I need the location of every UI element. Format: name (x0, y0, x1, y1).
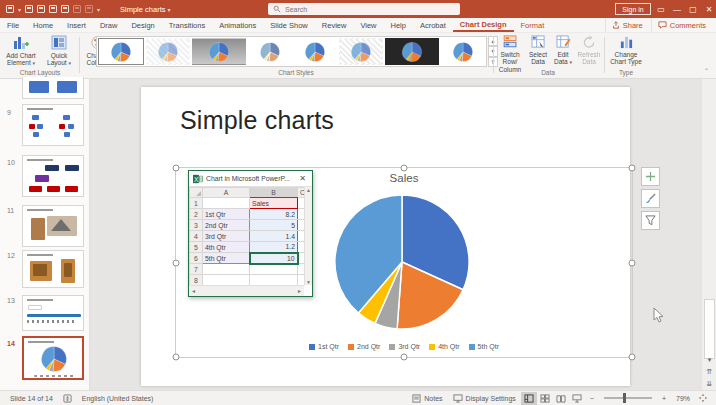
row-header[interactable]: 8 (190, 275, 203, 286)
chart-filters-button[interactable] (641, 211, 660, 230)
notes-button[interactable]: Notes (407, 391, 447, 405)
chart-styles-button[interactable] (641, 189, 660, 208)
selection-handle[interactable] (173, 354, 180, 361)
cell-a1[interactable] (203, 198, 250, 209)
cell-b3[interactable]: 5 (250, 220, 298, 231)
qat-customize-icon[interactable] (6, 5, 14, 13)
tab-view[interactable]: View (353, 18, 383, 32)
slide-sorter-view-button[interactable] (537, 392, 553, 405)
slide-thumbnail-9[interactable] (22, 104, 84, 146)
worksheet-vertical-scrollbar[interactable]: ▲▼ (304, 187, 312, 285)
row-header[interactable]: 3 (190, 220, 203, 231)
selection-handle[interactable] (401, 354, 408, 361)
slide-thumbnail-12[interactable] (22, 250, 84, 288)
scrollbar-thumb[interactable] (704, 299, 715, 359)
normal-view-button[interactable] (521, 392, 537, 405)
row-header[interactable]: 1 (190, 198, 203, 209)
add-chart-element-button[interactable]: Add Chart Element ▾ (2, 35, 40, 73)
worksheet-horizontal-scrollbar[interactable]: ◄► (189, 285, 304, 296)
close-icon[interactable]: ✕ (701, 0, 716, 18)
legend-item[interactable]: 3rd Qtr (389, 343, 420, 350)
cell-b2[interactable]: 8.2 (250, 209, 298, 220)
selection-handle[interactable] (173, 165, 180, 172)
tab-design[interactable]: Design (124, 18, 161, 32)
edit-data-button[interactable]: Edit Data ▾ (551, 35, 575, 73)
qat-icon[interactable] (49, 5, 57, 13)
selection-handle[interactable] (401, 165, 408, 172)
slide-thumbnail-13[interactable] (22, 295, 84, 331)
chart-style-8[interactable] (441, 38, 485, 65)
minimize-icon[interactable]: — (669, 0, 685, 18)
slide-show-button[interactable] (569, 392, 585, 405)
worksheet-title-bar[interactable]: X Chart in Microsoft PowerP... ✕ (189, 171, 312, 187)
row-header[interactable]: 4 (190, 231, 203, 242)
chart-elements-button[interactable] (641, 167, 660, 186)
selection-handle[interactable] (629, 165, 636, 172)
tab-chart-design[interactable]: Chart Design (453, 18, 514, 32)
select-all-corner[interactable] (190, 188, 203, 198)
slide-thumbnail-11[interactable] (22, 205, 84, 247)
cell-b4[interactable]: 1.4 (250, 231, 298, 242)
slide-title[interactable]: Simple charts (180, 106, 334, 135)
row-header[interactable]: 5 (190, 242, 203, 253)
slide-thumbnail-8-partial[interactable] (22, 77, 84, 99)
slide-indicator[interactable]: Slide 14 of 14 (5, 391, 58, 405)
column-header-b[interactable]: B (250, 188, 298, 198)
qat-icon[interactable] (25, 5, 33, 13)
cell-b1-series-name[interactable]: Sales (250, 198, 298, 209)
zoom-percent[interactable]: 79% (671, 391, 695, 405)
quick-layout-button[interactable]: Quick Layout ▾ (41, 35, 77, 73)
selection-handle[interactable] (629, 259, 636, 266)
sign-in-button[interactable]: Sign in (615, 3, 651, 15)
cell-b5[interactable]: 1.2 (250, 242, 298, 253)
chart-style-7[interactable] (385, 38, 439, 65)
row-header[interactable]: 6 (190, 253, 203, 264)
tab-review[interactable]: Review (315, 18, 354, 32)
maximize-icon[interactable]: ▢ (685, 0, 701, 18)
canvas-vertical-scrollbar[interactable]: ▾ ⇈ ⇊ (701, 79, 716, 390)
chart-style-3[interactable] (192, 38, 246, 65)
cell[interactable] (250, 264, 298, 275)
cell-a2[interactable]: 1st Qtr (203, 209, 250, 220)
tab-slide-show[interactable]: Slide Show (263, 18, 315, 32)
tab-transitions[interactable]: Transitions (162, 18, 212, 32)
slide-thumbnail-14[interactable] (22, 336, 84, 380)
reading-view-button[interactable] (553, 392, 569, 405)
qat-icon[interactable] (37, 5, 45, 13)
cell-a5[interactable]: 4th Qtr (203, 242, 250, 253)
search-input[interactable] (285, 6, 445, 13)
cell-b6-active[interactable]: 10 (250, 253, 298, 264)
cell-a6[interactable]: 5th Qtr (203, 253, 250, 264)
tab-draw[interactable]: Draw (93, 18, 125, 32)
ribbon-display-options-icon[interactable]: ▭ (653, 0, 669, 18)
tab-animations[interactable]: Animations (212, 18, 263, 32)
legend-item[interactable]: 2nd Qtr (348, 343, 380, 350)
chart-style-5[interactable] (293, 38, 337, 65)
change-chart-type-button[interactable]: Change Chart Type (607, 35, 645, 73)
share-button[interactable]: Share (605, 18, 649, 32)
cell-a3[interactable]: 2nd Qtr (203, 220, 250, 231)
pie-chart[interactable] (332, 192, 472, 332)
scroll-up-icon[interactable]: ▲ (306, 187, 311, 193)
qat-overflow-icon[interactable]: ▾ (97, 6, 100, 13)
tab-home[interactable]: Home (26, 18, 60, 32)
scroll-down-icon[interactable]: ▾ (702, 354, 716, 366)
switch-row-column-button[interactable]: Switch Row/ Column (495, 35, 525, 73)
selection-handle[interactable] (173, 259, 180, 266)
previous-slide-button[interactable]: ⇈ (702, 366, 716, 378)
tab-file[interactable]: File (0, 18, 26, 32)
fit-slide-to-window-button[interactable] (695, 392, 711, 405)
cell[interactable] (203, 275, 250, 286)
selection-handle[interactable] (629, 354, 636, 361)
chart-style-1[interactable] (98, 38, 144, 65)
cell[interactable] (250, 275, 298, 286)
scroll-right-icon[interactable]: ► (297, 288, 302, 294)
collapse-ribbon-icon[interactable]: ⌃ (704, 67, 709, 74)
cell[interactable] (203, 264, 250, 275)
chevron-down-icon[interactable]: ▾ (18, 6, 21, 13)
zoom-slider[interactable] (604, 397, 652, 399)
search-bar[interactable] (268, 3, 460, 15)
embedded-worksheet-window[interactable]: X Chart in Microsoft PowerP... ✕ A B C 1… (188, 170, 313, 297)
chart-style-4[interactable] (248, 38, 292, 65)
tab-acrobat[interactable]: Acrobat (413, 18, 453, 32)
